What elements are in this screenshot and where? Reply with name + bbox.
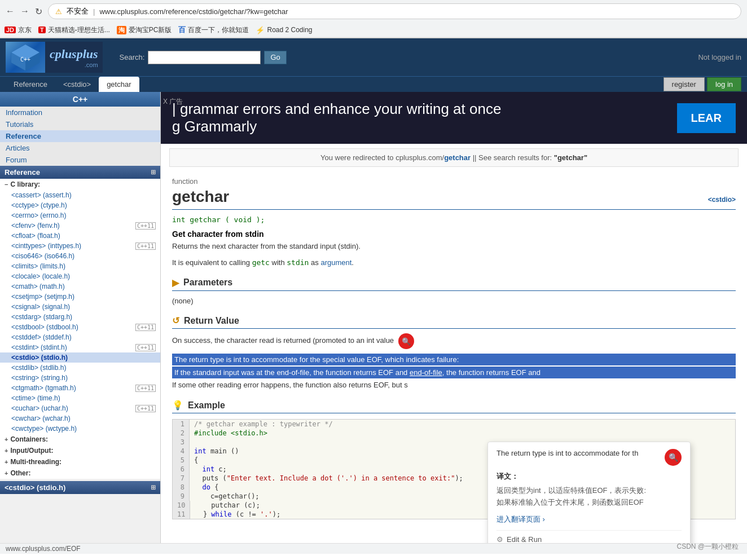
mt-expand-icon[interactable]: + bbox=[5, 458, 8, 465]
line-num-2: 2 bbox=[173, 429, 190, 438]
sidebar-bottom-ref-text: <cstdio> (stdio.h) bbox=[5, 483, 65, 492]
redirect-link[interactable]: getchar bbox=[444, 153, 471, 162]
ref-icon[interactable]: ⊞ bbox=[151, 169, 156, 176]
argument-link[interactable]: argument bbox=[320, 258, 351, 267]
bookmark-tmall[interactable]: T 天猫精选-理想生活... bbox=[38, 25, 110, 35]
function-header-tag: <cstdio> bbox=[708, 196, 736, 204]
sidebar-ref-cstdbool[interactable]: <cstdbool> (stdbool.h) C++11 bbox=[0, 322, 160, 332]
bookmark-road2coding[interactable]: ⚡ Road 2 Coding bbox=[256, 26, 312, 34]
forward-button[interactable]: → bbox=[20, 6, 29, 16]
sidebar-ref-cinttypes[interactable]: <cinttypes> (inttypes.h) C++11 bbox=[0, 241, 160, 251]
bookmark-jd[interactable]: JD 京东 bbox=[5, 25, 32, 35]
sidebar-item-forum[interactable]: Forum bbox=[0, 154, 160, 166]
reference-title: Reference bbox=[5, 168, 40, 177]
line-num-1: 1 bbox=[173, 420, 190, 429]
sidebar-ref-csetjmp[interactable]: <csetjmp> (setjmp.h) bbox=[0, 292, 160, 302]
sidebar-ref-cwchar[interactable]: <cwchar> (wchar.h) bbox=[0, 413, 160, 424]
line-code-6: int c; bbox=[190, 465, 231, 474]
main-content: | grammar errors and enhance your writin… bbox=[161, 92, 747, 543]
cstdbool-badge: C++11 bbox=[135, 324, 156, 331]
line-num-6: 6 bbox=[173, 465, 190, 474]
sidebar-ref-ciso646[interactable]: <ciso646> (iso646.h) bbox=[0, 251, 160, 261]
sidebar-ref-cstdio[interactable]: <cstdio> (stdio.h) bbox=[0, 352, 160, 363]
line-num-9: 9 bbox=[173, 492, 190, 501]
tab-reference[interactable]: Reference bbox=[6, 77, 55, 92]
return-hl2-text: If the standard input was at the end-of-… bbox=[174, 368, 407, 377]
line-num-7: 7 bbox=[173, 474, 190, 483]
sidebar-ref-cwctype[interactable]: <cwctype> (wctype.h) bbox=[0, 424, 160, 434]
sidebar-item-tutorials[interactable]: Tutorials bbox=[0, 118, 160, 130]
redirect-notice: You were redirected to cplusplus.com/get… bbox=[169, 148, 739, 167]
bookmark-taobao[interactable]: 淘 爱淘宝PC新版 bbox=[117, 25, 172, 35]
translation-content: 返回类型为int，以适应特殊值EOF，表示失败: 如果标准输入位于文件末尾，则函… bbox=[496, 485, 682, 509]
sidebar-ref-cstring[interactable]: <cstring> (string.h) bbox=[0, 373, 160, 383]
popup-divider: ⚙ Edit & Run bbox=[496, 530, 682, 543]
sidebar-ref-ctime[interactable]: <ctime> (time.h) bbox=[0, 393, 160, 403]
io-expand-icon[interactable]: + bbox=[5, 447, 8, 454]
login-button[interactable]: log in bbox=[707, 77, 741, 91]
popup-search-button[interactable]: 🔍 bbox=[665, 449, 682, 466]
sidebar-ref-cerrno[interactable]: <cerrno> (errno.h) bbox=[0, 210, 160, 221]
ad-learn-button[interactable]: LEAR bbox=[677, 103, 736, 133]
code-line-2: 2 #include <stdio.h> bbox=[173, 429, 735, 438]
sidebar-ref-cstddef[interactable]: <cstddef> (stddef.h) bbox=[0, 332, 160, 342]
function-name-text: getchar bbox=[172, 188, 229, 206]
edit-run[interactable]: ⚙ Edit & Run bbox=[496, 535, 682, 543]
refresh-button[interactable]: ↻ bbox=[35, 6, 42, 17]
sidebar-ref-csignal[interactable]: <csignal> (signal.h) bbox=[0, 302, 160, 312]
sidebar-bottom-ref-icon[interactable]: ⊞ bbox=[151, 484, 156, 491]
sidebar-ref-cstdint[interactable]: <cstdint> (stdint.h) C++11 bbox=[0, 342, 160, 352]
register-button[interactable]: register bbox=[663, 77, 705, 91]
return-icon: ↺ bbox=[172, 315, 179, 326]
line-code-8: do { bbox=[190, 483, 223, 492]
sidebar-ref-clocale[interactable]: <clocale> (locale.h) bbox=[0, 271, 160, 281]
example-icon: 💡 bbox=[172, 400, 183, 411]
c-library-expand-icon[interactable]: − bbox=[5, 181, 8, 188]
return-highlighted-line1: The return type is int to accommodate fo… bbox=[172, 354, 736, 365]
sidebar-item-information[interactable]: Information bbox=[0, 107, 160, 118]
sidebar-ref-cstdlib[interactable]: <cstdlib> (stdlib.h) bbox=[0, 363, 160, 373]
tab-cstdio[interactable]: <cstdio> bbox=[55, 77, 99, 92]
other-expand-icon[interactable]: + bbox=[5, 470, 8, 477]
example-section-title: 💡 Example bbox=[172, 400, 736, 413]
edit-run-text: Edit & Run bbox=[507, 535, 542, 543]
sidebar-ref-climits[interactable]: <climits> (limits.h) bbox=[0, 261, 160, 271]
sidebar-ref-ctgmath[interactable]: <ctgmath> (tgmath.h) C++11 bbox=[0, 383, 160, 393]
ad-subtext: g Grammarly bbox=[172, 118, 501, 135]
sidebar-ref-cstdarg[interactable]: <cstdarg> (stdarg.h) bbox=[0, 312, 160, 322]
search-highlight-button[interactable]: 🔍 bbox=[398, 333, 414, 349]
line-code-7: puts ("Enter text. Include a dot ('.') i… bbox=[190, 474, 468, 483]
search-go-button[interactable]: Go bbox=[264, 51, 286, 64]
address-bar[interactable]: ⚠ 不安全 | www.cplusplus.com/reference/cstd… bbox=[48, 3, 741, 19]
params-section-title: ▶ Parameters bbox=[172, 277, 736, 291]
function-name: getchar <cstdio> bbox=[172, 188, 736, 210]
bookmark-baidu[interactable]: 百 百度一下，你就知道 bbox=[178, 25, 249, 35]
line-num-8: 8 bbox=[173, 483, 190, 492]
website: C++ cplusplus .com Search: Go Not logged… bbox=[0, 38, 747, 543]
back-button[interactable]: ← bbox=[6, 6, 15, 16]
sidebar-ref-cassert[interactable]: <cassert> (assert.h) bbox=[0, 190, 160, 200]
search-input[interactable] bbox=[148, 51, 261, 64]
sidebar-ref-cctype[interactable]: <cctype> (ctype.h) bbox=[0, 200, 160, 210]
sidebar-ref-cuchar[interactable]: <cuchar> (uchar.h) C++11 bbox=[0, 403, 160, 413]
redirect-text-before: You were redirected to cplusplus.com/ bbox=[320, 153, 444, 162]
sidebar-ref-cmath[interactable]: <cmath> (math.h) bbox=[0, 281, 160, 292]
sidebar-ref-cfloat[interactable]: <cfloat> (float.h) bbox=[0, 231, 160, 241]
tab-getchar[interactable]: getchar bbox=[99, 77, 139, 92]
translation-link[interactable]: 进入翻译页面 › bbox=[496, 514, 682, 524]
main-layout: C++ Information Tutorials Reference Arti… bbox=[0, 92, 747, 543]
search-area: Search: Go bbox=[120, 51, 287, 64]
containers-label: + Containers: bbox=[0, 434, 160, 445]
ad-close[interactable]: X 广告 bbox=[161, 95, 185, 109]
return-desc-text: On success, the character read is return… bbox=[172, 337, 394, 345]
line-code-3 bbox=[190, 438, 199, 447]
site-logo[interactable]: C++ cplusplus .com bbox=[6, 42, 103, 73]
cuchar-badge: C++11 bbox=[135, 405, 156, 412]
sidebar-item-reference[interactable]: Reference bbox=[0, 130, 160, 142]
example-title-text: Example bbox=[188, 400, 225, 411]
popup-header: The return type is int to accommodate fo… bbox=[496, 449, 682, 466]
sidebar-ref-cfenv[interactable]: <cfenv> (fenv.h) C++11 bbox=[0, 221, 160, 231]
containers-expand-icon[interactable]: + bbox=[5, 436, 8, 443]
sidebar-item-articles[interactable]: Articles bbox=[0, 142, 160, 154]
io-label: + Input/Output: bbox=[0, 445, 160, 456]
